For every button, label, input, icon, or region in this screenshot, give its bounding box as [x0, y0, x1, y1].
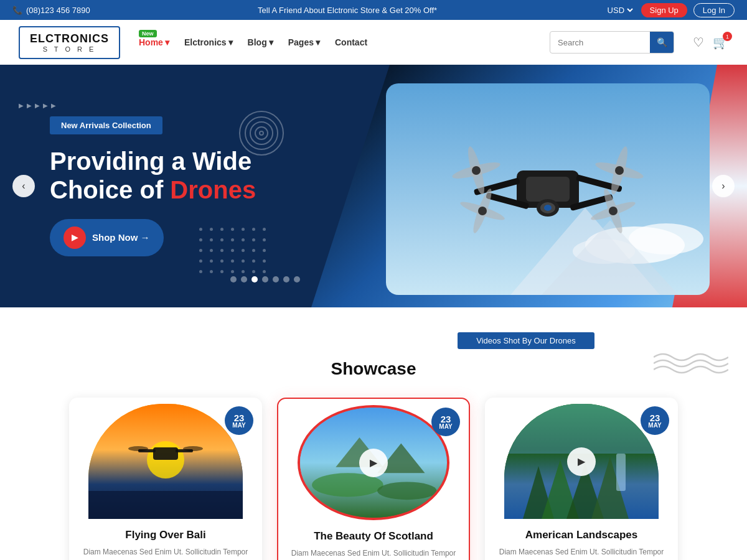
hero-slide-dots — [230, 276, 300, 282]
search-icon: 🔍 — [657, 37, 667, 47]
slide-dot-2[interactable] — [241, 276, 247, 282]
showcase-title: Showcase — [12, 359, 735, 379]
hero-next-button[interactable]: › — [712, 175, 735, 197]
phone-icon: 📞 — [12, 6, 22, 15]
nav-item-pages[interactable]: Pages ▾ — [288, 37, 320, 47]
login-button[interactable]: Log In — [693, 3, 735, 17]
svg-point-16 — [544, 205, 552, 211]
top-bar: 📞 (08)123 456 7890 Tell A Friend About E… — [0, 0, 747, 20]
hero-bullets: ▶ ▶ ▶ ▶ ▶ — [19, 102, 56, 109]
card-body-2: The Beauty Of Scotland Diam Maecenas Sed… — [278, 520, 469, 560]
svg-point-29 — [472, 166, 481, 175]
search-input[interactable] — [550, 38, 650, 47]
logo-sub: S T O R E — [30, 45, 109, 53]
card-title-2: The Beauty Of Scotland — [289, 530, 458, 543]
chevron-down-icon: ▾ — [316, 37, 320, 47]
card-desc-3: Diam Maecenas Sed Enim Ut. Sollicitudin … — [496, 546, 667, 560]
slide-dot-6[interactable] — [283, 276, 289, 282]
play-button-3[interactable]: ▶ — [567, 447, 596, 476]
card-title-1: Flying Over Bali — [80, 529, 251, 541]
drone-image — [386, 83, 710, 295]
navbar: ELCTRONICS S T O R E New Home ▾ Elctroni… — [0, 20, 747, 65]
card-date-badge-2: 23 MAY — [431, 408, 460, 436]
slide-dot-1[interactable] — [230, 276, 237, 282]
cart-badge: 1 — [723, 32, 732, 41]
chevron-down-icon: ▾ — [165, 37, 169, 47]
wave-decoration — [654, 351, 728, 378]
svg-point-32 — [609, 207, 618, 215]
svg-point-30 — [615, 166, 624, 175]
card-image-3: ▶ — [504, 404, 659, 519]
slide-dot-5[interactable] — [273, 276, 279, 282]
svg-point-39 — [128, 446, 148, 451]
hero-content: New Arrivals Collection Providing a Wide… — [0, 116, 306, 256]
showcase-card-1: 23 MAY — [69, 398, 262, 560]
phone-number: (08)123 456 7890 — [26, 6, 90, 15]
logo-title: ELCTRONICS — [30, 32, 109, 45]
logo[interactable]: ELCTRONICS S T O R E — [19, 26, 120, 59]
play-icon: ▶ — [63, 226, 86, 249]
cart-icon[interactable]: 🛒 1 — [713, 35, 728, 50]
nav-item-electronics[interactable]: Elctronics ▾ — [184, 37, 233, 47]
hero-section: ▶ ▶ ▶ ▶ ▶ ‹ New Arrivals Collection Prov… — [0, 65, 747, 307]
svg-rect-36 — [153, 447, 178, 460]
card-image-1 — [88, 404, 243, 519]
card-image-2: ▶ — [298, 405, 450, 520]
nav-badge-new: New — [139, 30, 157, 37]
svg-point-43 — [377, 482, 436, 500]
svg-point-31 — [478, 207, 487, 215]
shop-now-button[interactable]: ▶ Shop Now → — [50, 219, 164, 256]
nav-item-home[interactable]: New Home ▾ — [139, 37, 169, 47]
nav-menu: New Home ▾ Elctronics ▾ Blog ▾ Pages ▾ C… — [139, 37, 531, 47]
hero-badge: New Arrivals Collection — [50, 116, 162, 134]
wishlist-icon[interactable]: ♡ — [693, 35, 704, 50]
svg-rect-35 — [88, 491, 243, 519]
showcase-card-3: 23 MAY — [485, 398, 678, 560]
card-body-1: Flying Over Bali Diam Maecenas Sed Enim … — [69, 519, 262, 560]
nav-item-contact[interactable]: Contact — [335, 37, 367, 47]
showcase-card-2: 23 MAY — [277, 398, 470, 560]
chevron-down-icon: ▾ — [269, 37, 273, 47]
hero-prev-button[interactable]: ‹ — [12, 175, 35, 197]
card-date-badge-1: 23 MAY — [225, 406, 253, 435]
chevron-down-icon: ▾ — [228, 37, 233, 47]
card-title-3: American Landscapes — [496, 529, 667, 541]
search-bar: 🔍 — [550, 31, 674, 54]
card-body-3: American Landscapes Diam Maecenas Sed En… — [485, 519, 678, 560]
card-date-badge-3: 23 MAY — [641, 406, 669, 435]
card-desc-1: Diam Maecenas Sed Enim Ut. Sollicitudin … — [80, 546, 251, 560]
svg-rect-51 — [616, 454, 626, 491]
nav-icons: ♡ 🛒 1 — [693, 35, 728, 50]
showcase-tag: Videos Shot By Our Drones — [458, 332, 594, 349]
slide-dot-4[interactable] — [262, 276, 268, 282]
signup-button[interactable]: Sign Up — [641, 3, 687, 17]
top-bar-promo: Tell A Friend About Elctronic Store & Ge… — [90, 6, 605, 15]
card-desc-2: Diam Maecenas Sed Enim Ut. Sollicitudin … — [289, 548, 458, 560]
slide-dot-3[interactable] — [251, 276, 258, 282]
svg-point-8 — [629, 223, 703, 254]
slide-dot-7[interactable] — [294, 276, 300, 282]
svg-point-40 — [183, 446, 203, 451]
hero-title: Providing a Wide Choice of Drones — [50, 147, 256, 204]
showcase-cards: 23 MAY — [12, 398, 735, 560]
svg-rect-13 — [526, 177, 570, 202]
currency-select[interactable]: USD EUR — [605, 5, 635, 16]
svg-rect-52 — [504, 404, 659, 454]
top-bar-phone: 📞 (08)123 456 7890 — [12, 6, 90, 15]
search-button[interactable]: 🔍 — [650, 31, 674, 54]
top-bar-actions: USD EUR Sign Up Log In — [605, 3, 735, 17]
nav-item-blog[interactable]: Blog ▾ — [248, 37, 273, 47]
showcase-section: Videos Shot By Our Drones Showcase 23 MA… — [0, 307, 747, 560]
play-button-2[interactable]: ▶ — [359, 449, 388, 477]
